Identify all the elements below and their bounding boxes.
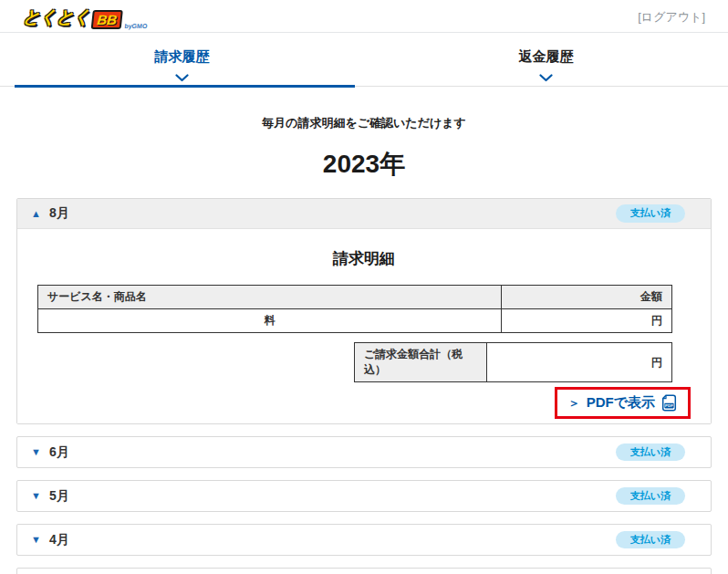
month-label: 5月: [49, 488, 69, 505]
logo-bygmo-text: byGMO: [124, 23, 148, 29]
detail-title: 請求明細: [37, 248, 691, 269]
site-header: とくとく BB byGMO [ログアウト]: [0, 0, 728, 33]
amount-cell: 円: [502, 309, 672, 333]
month-panel-may: ▼ 5月 支払い済: [16, 480, 712, 512]
tab-billing-history[interactable]: 請求履歴: [0, 33, 364, 86]
billing-detail-panel: 請求明細 サービス名・商品名 金額 料 円: [17, 229, 711, 423]
pdf-link[interactable]: ＞ PDFで表示 PDF: [568, 394, 677, 412]
intro-text: 毎月の請求明細をご確認いただけます: [0, 115, 728, 131]
triangle-down-icon: ▼: [31, 535, 41, 545]
total-amount-cell: 円: [487, 343, 672, 382]
month-panel-june: ▼ 6月 支払い済: [16, 436, 712, 468]
billing-total-table: ご請求金額合計（税込） 円: [354, 342, 672, 382]
billing-history-page: とくとく BB byGMO [ログアウト] 請求履歴 返金履歴 毎月の請求明細を…: [0, 0, 728, 574]
logo-text: とくとく: [22, 5, 92, 29]
service-name-cell: 料: [38, 309, 502, 333]
month-header-may[interactable]: ▼ 5月 支払い済: [17, 481, 711, 511]
triangle-down-icon: ▼: [31, 491, 41, 501]
pdf-link-row: ＞ PDFで表示 PDF: [37, 387, 691, 419]
logo-bb-text: BB: [90, 10, 123, 29]
year-title: 2023年: [0, 147, 728, 182]
month-label: 6月: [49, 444, 69, 461]
triangle-up-icon: ▲: [31, 209, 41, 219]
month-panel-march: ▼ 3月 支払い済: [16, 568, 712, 574]
total-label-cell: ご請求金額合計（税込）: [355, 343, 487, 382]
status-badge: 支払い済: [616, 531, 685, 548]
chevron-down-icon: [539, 74, 553, 82]
status-badge: 支払い済: [616, 204, 685, 222]
month-panel-august: ▲ 8月 支払い済 請求明細 サービス名・商品名 金額 料: [16, 198, 712, 424]
billing-table-header-row: サービス名・商品名 金額: [38, 286, 672, 309]
month-label: 4月: [49, 532, 69, 548]
status-badge: 支払い済: [616, 444, 685, 461]
month-header-august[interactable]: ▲ 8月 支払い済: [17, 199, 711, 229]
column-header-service: サービス名・商品名: [38, 286, 502, 309]
tab-billing-label: 請求履歴: [155, 48, 210, 66]
svg-text:PDF: PDF: [665, 403, 673, 408]
month-label: 8月: [49, 205, 69, 222]
tokutoku-bb-logo[interactable]: とくとく BB byGMO: [22, 5, 150, 29]
triangle-down-icon: ▼: [31, 447, 41, 457]
table-row: 料 円: [38, 309, 672, 333]
billing-accordion: ▲ 8月 支払い済 請求明細 サービス名・商品名 金額 料: [16, 198, 712, 574]
chevron-down-icon: [175, 74, 189, 82]
column-header-amount: 金額: [502, 286, 672, 309]
chevron-right-icon: ＞: [568, 395, 580, 412]
logout-link[interactable]: [ログアウト]: [638, 9, 705, 26]
total-row: ご請求金額合計（税込） 円: [355, 343, 672, 382]
month-header-march[interactable]: ▼ 3月 支払い済: [17, 569, 711, 574]
billing-table: サービス名・商品名 金額 料 円: [37, 285, 672, 333]
tab-refund-label: 返金履歴: [519, 48, 574, 66]
month-header-june[interactable]: ▼ 6月 支払い済: [17, 437, 711, 467]
pdf-highlight-box: ＞ PDFで表示 PDF: [555, 387, 691, 419]
month-panel-april: ▼ 4月 支払い済: [16, 524, 712, 556]
pdf-icon: PDF: [661, 394, 677, 412]
tab-bar: 請求履歴 返金履歴: [0, 33, 728, 87]
month-header-april[interactable]: ▼ 4月 支払い済: [17, 525, 711, 555]
tab-refund-history[interactable]: 返金履歴: [364, 33, 728, 86]
status-badge: 支払い済: [616, 487, 685, 505]
pdf-link-label: PDFで表示: [587, 394, 655, 412]
